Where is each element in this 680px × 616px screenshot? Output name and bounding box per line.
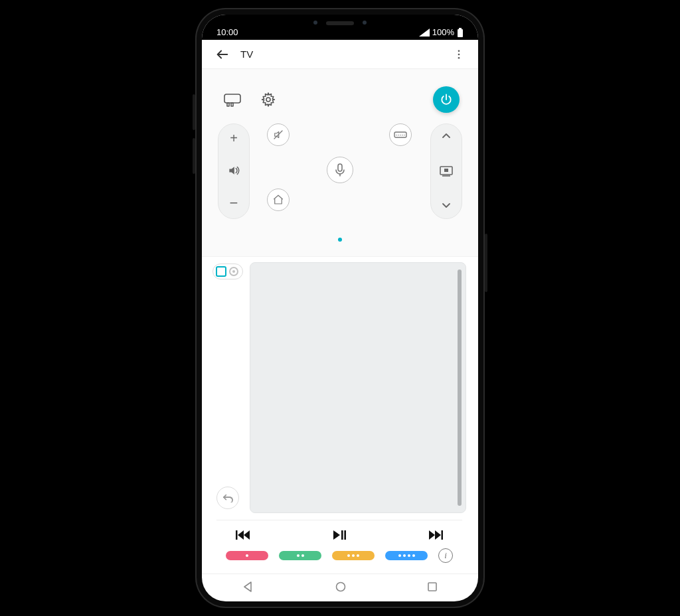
svg-rect-31 (442, 530, 444, 540)
color-buttons-row: i (212, 546, 466, 570)
source-button[interactable] (389, 123, 412, 146)
pointer-mode-icon (229, 267, 238, 276)
volume-icon (227, 164, 240, 177)
channel-down-button[interactable] (441, 200, 452, 212)
nav-home-button[interactable] (335, 581, 347, 595)
volume-down-button[interactable]: − (230, 194, 238, 212)
back-button[interactable] (211, 43, 234, 66)
svg-point-3 (458, 50, 460, 52)
red-button[interactable] (226, 551, 268, 560)
skip-next-icon (428, 530, 443, 540)
svg-rect-7 (231, 103, 233, 106)
signal-icon (419, 29, 430, 37)
svg-rect-23 (236, 530, 238, 540)
previous-button[interactable] (230, 530, 256, 540)
mic-button[interactable] (327, 157, 353, 183)
power-icon (440, 93, 453, 106)
touchpad-section: i (202, 257, 478, 574)
power-button[interactable] (433, 86, 460, 113)
nav-recent-button[interactable] (427, 581, 438, 595)
svg-rect-21 (338, 164, 342, 171)
input-button[interactable] (222, 89, 243, 110)
info-button[interactable]: i (438, 548, 453, 563)
page-title: TV (240, 48, 253, 60)
status-bar: 10:00 100% (202, 15, 478, 40)
source-icon (394, 130, 407, 139)
svg-marker-26 (333, 530, 340, 540)
svg-point-4 (458, 53, 460, 55)
playback-controls (212, 520, 466, 546)
nav-back-button[interactable] (242, 581, 254, 595)
phone-frame: 10:00 100% TV (195, 8, 485, 608)
channel-up-button[interactable] (441, 131, 452, 143)
svg-marker-25 (244, 530, 250, 540)
nav-recent-icon (427, 581, 438, 592)
svg-marker-24 (238, 530, 244, 540)
status-right: 100% (419, 27, 464, 37)
input-icon (223, 92, 242, 107)
back-arrow-icon (215, 47, 230, 62)
battery-percent: 100% (432, 27, 454, 37)
gear-icon (260, 92, 276, 108)
guide-icon (439, 165, 454, 177)
home-button[interactable] (267, 189, 290, 211)
return-icon (222, 493, 234, 502)
skip-previous-icon (236, 530, 250, 540)
volume-up-button[interactable]: + (230, 131, 238, 146)
nav-back-icon (242, 581, 254, 593)
page-indicator (218, 223, 462, 251)
chevron-up-icon (441, 132, 452, 140)
svg-rect-11 (444, 169, 448, 172)
svg-marker-9 (229, 167, 234, 175)
next-button[interactable] (422, 530, 449, 540)
settings-button[interactable] (258, 89, 279, 110)
app-header: TV (202, 40, 478, 69)
yellow-button[interactable] (332, 551, 375, 560)
svg-rect-27 (341, 530, 343, 540)
svg-point-8 (266, 98, 270, 102)
screen: 10:00 100% TV (202, 15, 478, 601)
nav-home-icon (335, 581, 347, 593)
play-pause-icon (333, 530, 346, 540)
status-time: 10:00 (216, 27, 238, 37)
remote-controls-panel: + − (202, 69, 478, 257)
svg-marker-32 (244, 582, 251, 591)
svg-rect-34 (428, 583, 436, 591)
chevron-down-icon (441, 201, 452, 209)
touchpad-mode-toggle[interactable] (212, 264, 243, 279)
more-menu-button[interactable] (448, 43, 470, 66)
svg-marker-29 (429, 530, 435, 540)
play-pause-button[interactable] (326, 530, 353, 540)
svg-rect-1 (459, 28, 462, 29)
mic-icon (335, 163, 345, 177)
touchpad-mode-icon (216, 266, 226, 277)
svg-rect-0 (458, 29, 463, 37)
mute-icon (272, 129, 284, 141)
svg-marker-30 (435, 530, 441, 540)
home-icon (272, 194, 284, 206)
system-nav-bar (202, 574, 478, 601)
channel-rocker (430, 123, 462, 219)
trackpad[interactable] (250, 262, 466, 513)
svg-point-33 (336, 582, 345, 591)
trackpad-scrollbar[interactable] (458, 270, 462, 506)
green-button[interactable] (279, 551, 321, 560)
volume-rocker: + − (218, 123, 250, 219)
svg-rect-6 (227, 103, 229, 106)
mute-button[interactable] (267, 123, 290, 146)
more-menu-icon (453, 48, 465, 60)
battery-icon (457, 28, 464, 37)
info-icon: i (444, 550, 447, 561)
return-button[interactable] (216, 487, 239, 509)
svg-point-5 (458, 56, 460, 58)
blue-button[interactable] (385, 551, 428, 560)
svg-rect-28 (344, 530, 346, 540)
